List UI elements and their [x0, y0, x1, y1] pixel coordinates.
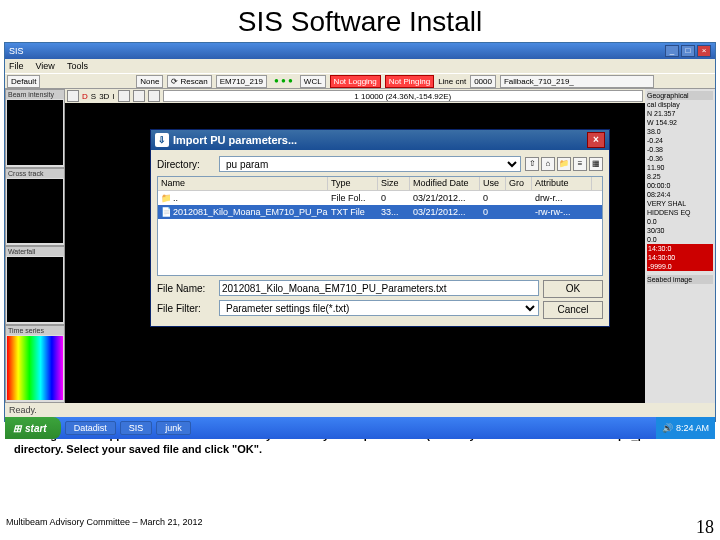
footer-text: Multibeam Advisory Committee – March 21,… — [6, 517, 203, 538]
panel-waterfall: Waterfall — [5, 246, 65, 325]
start-button[interactable]: ⊞ start — [5, 417, 61, 439]
taskbar: ⊞ start Datadist SIS junk 🔊 8:24 AM — [5, 417, 715, 439]
tool-icon[interactable] — [133, 90, 145, 102]
tb-fallback[interactable]: Fallback_710_219_ — [500, 75, 654, 88]
file-row-selected[interactable]: 📄 2012081_Kilo_Moana_EM710_PU_Parameters… — [158, 205, 602, 219]
tray-icon[interactable]: 🔊 — [662, 423, 673, 433]
dialog-title: Import PU parameters... — [173, 134, 297, 146]
folder-up-icon: 📁 — [158, 193, 170, 203]
tb-rescan[interactable]: ⟳ Rescan — [167, 75, 211, 88]
filename-input[interactable] — [219, 280, 539, 296]
app-title: SIS — [9, 46, 24, 56]
tool-icon[interactable] — [67, 90, 79, 102]
menu-view[interactable]: View — [36, 61, 55, 71]
panel-cross-track: Cross track — [5, 168, 65, 247]
dialog-titlebar: ⇩ Import PU parameters... × — [151, 130, 609, 150]
panel-time-series: Time series — [5, 325, 65, 404]
cancel-button[interactable]: Cancel — [543, 301, 603, 319]
view-detail-icon[interactable]: ▦ — [589, 157, 603, 171]
dialog-close-button[interactable]: × — [587, 132, 605, 148]
tb-wcl[interactable]: WCL — [300, 75, 326, 88]
status-dots-icon: ● ● ● — [271, 75, 296, 88]
tb-em[interactable]: EM710_219 — [216, 75, 267, 88]
home-icon[interactable]: ⌂ — [541, 157, 555, 171]
tool-icon[interactable] — [118, 90, 130, 102]
windows-logo-icon: ⊞ — [13, 423, 21, 434]
menu-file[interactable]: File — [9, 61, 24, 71]
window-titlebar: SIS _ □ × — [5, 43, 715, 59]
task-sis[interactable]: SIS — [120, 421, 153, 435]
status-bar: Ready. — [5, 403, 715, 417]
task-datadist[interactable]: Datadist — [65, 421, 116, 435]
file-list[interactable]: Name Type Size Modified Date Use Gro Att… — [157, 176, 603, 276]
filename-label: File Name: — [157, 283, 215, 294]
system-tray[interactable]: 🔊 8:24 AM — [656, 417, 715, 439]
line-cnt-value: 0000 — [470, 75, 496, 88]
center-area: DS3DI 1 10000 (24.36N,-154.92E) ⇩ Import… — [65, 89, 645, 403]
slide-title: SIS Software Install — [0, 0, 720, 42]
secondary-toolbar: DS3DI 1 10000 (24.36N,-154.92E) — [65, 89, 645, 103]
coord-display: 1 10000 (24.36N,-154.92E) — [163, 90, 643, 102]
ok-button[interactable]: OK — [543, 280, 603, 298]
page-number: 18 — [696, 517, 714, 538]
directory-select[interactable]: pu param — [219, 156, 521, 172]
right-info-panel: Geographical cal display N 21.357 W 154.… — [645, 89, 715, 403]
sis-window: SIS _ □ × File View Tools Default None ⟳… — [4, 42, 716, 422]
directory-label: Directory: — [157, 159, 215, 170]
file-icon: 📄 — [158, 207, 170, 217]
minimize-button[interactable]: _ — [665, 45, 679, 57]
import-dialog: ⇩ Import PU parameters... × Directory: p… — [150, 129, 610, 327]
view-list-icon[interactable]: ≡ — [573, 157, 587, 171]
filter-select[interactable]: Parameter settings file(*.txt) — [219, 300, 539, 316]
maximize-button[interactable]: □ — [681, 45, 695, 57]
tb-default[interactable]: Default — [7, 75, 40, 88]
main-toolbar: Default None ⟳ Rescan EM710_219 ● ● ● WC… — [5, 73, 715, 89]
up-folder-icon[interactable]: ⇧ — [525, 157, 539, 171]
tb-none[interactable]: None — [136, 75, 163, 88]
left-panels: Beam intensity Cross track Waterfall Tim… — [5, 89, 65, 403]
import-icon: ⇩ — [155, 133, 169, 147]
line-cnt-label: Line cnt — [438, 77, 466, 86]
menu-bar: File View Tools — [5, 59, 715, 73]
clock: 8:24 AM — [676, 423, 709, 433]
file-row-parent[interactable]: 📁 .. File Fol.. 0 03/21/2012... 0 drw-r.… — [158, 191, 602, 205]
status-not-logging: Not Logging — [330, 75, 381, 88]
status-not-pinging: Not Pinging — [385, 75, 434, 88]
filter-label: File Filter: — [157, 303, 215, 314]
menu-tools[interactable]: Tools — [67, 61, 88, 71]
tool-icon[interactable] — [148, 90, 160, 102]
panel-beam-intensity: Beam intensity — [5, 89, 65, 168]
new-folder-icon[interactable]: 📁 — [557, 157, 571, 171]
file-list-header: Name Type Size Modified Date Use Gro Att… — [158, 177, 602, 191]
close-button[interactable]: × — [697, 45, 711, 57]
task-junk[interactable]: junk — [156, 421, 191, 435]
